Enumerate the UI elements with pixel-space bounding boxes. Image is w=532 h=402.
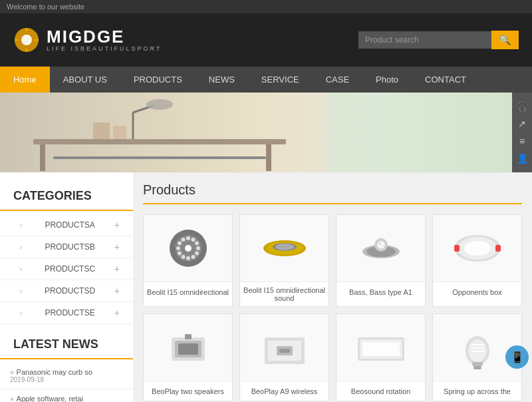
share-icon[interactable]: ↗	[518, 118, 526, 129]
latest-news-section: LATEST NEWS » Panasonic may curb so 2019…	[0, 324, 133, 402]
sidebar-category-productsa[interactable]: › PRODUCTSA +	[0, 214, 133, 236]
category-arrow: ›	[20, 266, 22, 273]
news-item[interactable]: » Panasonic may curb so 2019-09-18	[0, 363, 133, 389]
category-label: PRODUCTSD	[45, 286, 95, 296]
chat-bubble[interactable]: 📱	[505, 345, 529, 369]
side-icons-panel: 🎧 ↗ ≡ 👤	[512, 93, 532, 172]
svg-rect-61	[471, 347, 484, 349]
category-arrow: ›	[20, 222, 22, 229]
category-expand-icon[interactable]: +	[114, 286, 120, 296]
svg-point-18	[196, 246, 200, 250]
logo: MIGDGE LIFE ISBEAUTIFULSPORT	[13, 27, 162, 53]
product-card[interactable]: Opponents box	[432, 214, 522, 307]
category-expand-icon[interactable]: +	[114, 264, 120, 274]
product-image	[336, 314, 425, 381]
latest-news-title: LATEST NEWS	[0, 331, 133, 359]
news-bullet: »	[10, 395, 14, 403]
category-arrow: ›	[20, 288, 22, 295]
search-input[interactable]	[358, 31, 491, 49]
svg-rect-59	[473, 366, 481, 369]
product-image	[240, 215, 329, 282]
news-title: Apple software, retai	[17, 395, 83, 402]
category-expand-icon[interactable]: +	[114, 307, 120, 318]
product-name: Bass, Bass type A1	[336, 282, 425, 302]
svg-point-21	[186, 256, 190, 260]
svg-point-27	[186, 236, 190, 240]
sidebar-category-productse[interactable]: › PRODUCTSE +	[0, 302, 133, 324]
nav-item-contact[interactable]: CONTACT	[412, 67, 479, 93]
category-expand-icon[interactable]: +	[114, 220, 120, 230]
product-card[interactable]: BeoPlay A9 wireless	[239, 313, 329, 401]
svg-point-1	[21, 35, 32, 45]
product-image	[144, 215, 232, 282]
logo-icon	[13, 27, 40, 53]
nav-item-home[interactable]: Home	[0, 67, 50, 93]
category-expand-icon[interactable]: +	[114, 242, 120, 252]
product-name: BeoPlay A9 wireless	[240, 381, 329, 401]
search-bar: 🔍	[358, 31, 519, 49]
svg-point-20	[191, 255, 195, 259]
svg-point-30	[185, 245, 192, 252]
svg-point-34	[275, 244, 294, 250]
nav-item-photo[interactable]: Photo	[362, 67, 412, 93]
hero-svg	[0, 93, 532, 172]
product-image	[240, 314, 329, 381]
svg-point-42	[464, 241, 491, 256]
products-area: Products Beolit I15 omnidirectional Beol…	[133, 172, 532, 402]
product-name: Beolit I15 omnidirectional	[144, 282, 232, 302]
product-card[interactable]: Bass, Bass type A1	[336, 214, 426, 307]
top-bar-text: Welcome to our website	[7, 3, 84, 11]
product-name: Spring up across the	[433, 381, 521, 401]
search-button[interactable]: 🔍	[491, 31, 519, 49]
main-content: CATEGORIES › PRODUCTSA +› PRODUCTSB +› P…	[0, 172, 532, 402]
product-name: BeoPlay two speakers	[144, 381, 232, 401]
logo-tagline: LIFE ISBEAUTIFULSPORT	[47, 45, 162, 52]
product-card[interactable]: Beosound rotation	[336, 313, 426, 401]
product-image	[433, 314, 521, 381]
nav-item-case[interactable]: CASE	[313, 67, 362, 93]
svg-rect-48	[185, 334, 192, 339]
product-name: Beolit I15 omnidirectional sound	[240, 282, 329, 306]
sidebar-category-productsc[interactable]: › PRODUCTSC +	[0, 258, 133, 280]
logo-name: MIGDGE	[47, 28, 162, 45]
svg-rect-14	[0, 93, 326, 172]
product-card[interactable]: Beolit I15 omnidirectional	[143, 214, 233, 307]
svg-rect-15	[326, 93, 532, 172]
product-image	[144, 314, 232, 381]
nav-item-about-us[interactable]: ABOUT US	[50, 67, 120, 93]
svg-point-39	[378, 242, 381, 245]
svg-point-24	[176, 246, 180, 250]
news-item[interactable]: » Apple software, retai 2019-09-18	[0, 389, 133, 402]
nav-item-service[interactable]: SERVICE	[248, 67, 313, 93]
nav-item-news[interactable]: NEWS	[196, 67, 248, 93]
hero-image: 🎧 ↗ ≡ 👤	[0, 93, 532, 172]
news-title: Panasonic may curb so	[17, 368, 92, 376]
news-date: 2019-09-18	[10, 376, 123, 383]
svg-rect-47	[178, 343, 198, 355]
svg-rect-55	[362, 342, 400, 356]
logo-text: MIGDGE LIFE ISBEAUTIFULSPORT	[47, 28, 162, 52]
svg-point-22	[181, 255, 185, 259]
category-label: PRODUCTSA	[45, 220, 94, 230]
hero-banner: 🎧 ↗ ≡ 👤	[0, 93, 532, 172]
sidebar-category-productsd[interactable]: › PRODUCTSD +	[0, 280, 133, 302]
headset-icon[interactable]: 🎧	[517, 101, 528, 112]
svg-point-28	[191, 238, 195, 242]
category-label: PRODUCTSE	[45, 308, 94, 317]
product-name: Opponents box	[433, 282, 521, 302]
product-card[interactable]: BeoPlay two speakers	[143, 313, 233, 401]
svg-rect-43	[454, 245, 460, 252]
svg-rect-58	[472, 362, 483, 366]
sidebar-category-productsb[interactable]: › PRODUCTSB +	[0, 236, 133, 258]
nav-item-products[interactable]: PRODUCTS	[120, 67, 196, 93]
header: MIGDGE LIFE ISBEAUTIFULSPORT 🔍	[0, 13, 532, 67]
svg-rect-62	[471, 351, 484, 352]
svg-point-26	[181, 238, 185, 242]
user-icon[interactable]: 👤	[517, 153, 528, 164]
product-card[interactable]: Beolit I15 omnidirectional sound	[239, 214, 329, 307]
list-icon[interactable]: ≡	[519, 136, 525, 146]
products-grid: Beolit I15 omnidirectional Beolit I15 om…	[143, 214, 522, 401]
svg-rect-52	[279, 349, 290, 353]
svg-point-23	[178, 252, 182, 256]
categories-list: › PRODUCTSA +› PRODUCTSB +› PRODUCTSC +›…	[0, 214, 133, 324]
